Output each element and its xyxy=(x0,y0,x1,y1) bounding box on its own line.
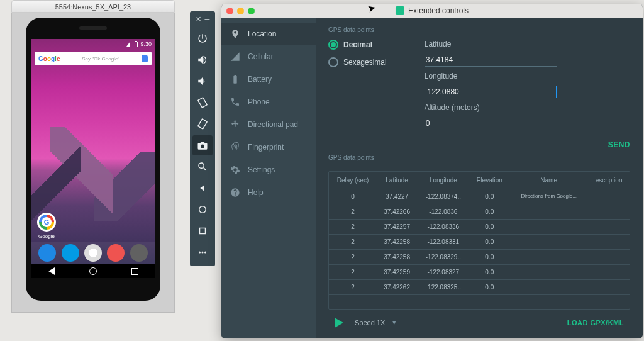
home-app[interactable]: Google xyxy=(37,213,56,239)
browser-app-icon[interactable] xyxy=(107,244,125,262)
sidebar-item-location[interactable]: Location xyxy=(221,23,316,45)
close-icon[interactable]: ✕ xyxy=(196,15,201,23)
table-cell: 2 xyxy=(329,220,377,235)
more-button[interactable] xyxy=(192,242,213,262)
table-row[interactable]: 237.42258-122.083310.0 xyxy=(329,235,630,250)
longitude-input[interactable] xyxy=(425,86,557,98)
apps-drawer-icon[interactable] xyxy=(84,244,102,262)
dpad-icon xyxy=(230,120,240,130)
table-header[interactable]: Elevation xyxy=(469,172,509,189)
table-cell xyxy=(588,265,630,280)
sidebar-item-fingerprint[interactable]: Fingerprint xyxy=(221,136,316,159)
emulator-body: 9:30 Google Say "Ok Google" Google xyxy=(11,13,175,313)
table-cell xyxy=(509,250,588,265)
toolbar-home-button[interactable] xyxy=(192,199,213,220)
table-header[interactable]: Latitude xyxy=(377,172,417,189)
load-gpx-button[interactable]: LOAD GPX/KML xyxy=(567,319,624,327)
toolbar-recents-button[interactable] xyxy=(192,221,213,241)
google-search-bar[interactable]: Google Say "Ok Google" xyxy=(35,52,152,65)
table-cell: -122.08331 xyxy=(417,235,469,250)
table-cell xyxy=(509,235,588,250)
volume-down-button[interactable] xyxy=(192,71,213,91)
table-cell: 37.42258 xyxy=(377,235,417,250)
table-row[interactable]: 237.42266-122.08360.0 xyxy=(329,204,630,220)
table-header[interactable]: Delay (sec) xyxy=(329,172,377,189)
extended-controls-titlebar[interactable]: ➤ Extended controls xyxy=(221,4,643,18)
table-cell: 2 xyxy=(329,265,377,280)
table-row[interactable]: 237.42257-122.083360.0 xyxy=(329,220,630,235)
sidebar-item-help[interactable]: Help xyxy=(221,181,316,204)
table-cell: 0 xyxy=(329,189,377,204)
emulator-titlebar[interactable]: 5554:Nexus_5X_API_23 xyxy=(11,0,175,13)
table-row[interactable]: 237.42259-122.083270.0 xyxy=(329,265,630,280)
table-header[interactable]: escription xyxy=(588,172,630,189)
sidebar-item-settings[interactable]: Settings xyxy=(221,159,316,181)
svg-rect-1 xyxy=(200,228,206,234)
mic-icon[interactable] xyxy=(142,55,148,62)
table-cell: 0.0 xyxy=(469,265,509,280)
radio-icon xyxy=(328,57,338,67)
table-cell xyxy=(588,220,630,235)
coord-format-group: Decimal Sexagesimal xyxy=(328,40,387,149)
google-app-icon[interactable] xyxy=(37,213,56,232)
table-cell: 37.42259 xyxy=(377,265,417,280)
sidebar-item-cellular[interactable]: Cellular xyxy=(221,45,316,68)
nav-recents-icon[interactable] xyxy=(131,268,138,275)
speed-selector[interactable]: Speed 1X ▼ xyxy=(355,319,397,327)
zoom-button[interactable] xyxy=(192,157,213,177)
send-button[interactable]: SEND xyxy=(608,140,630,149)
messages-app-icon[interactable] xyxy=(62,244,79,262)
minimize-icon[interactable]: ─ xyxy=(205,15,210,23)
sidebar-item-label: Battery xyxy=(248,75,272,84)
table-cell: Directions from Google... xyxy=(509,189,588,204)
gps-table: Delay (sec)LatitudeLongitudeElevationNam… xyxy=(329,172,630,295)
window-minimize-button[interactable] xyxy=(237,8,244,14)
phone-app-icon[interactable] xyxy=(38,244,56,262)
radio-sexagesimal[interactable]: Sexagesimal xyxy=(328,57,387,67)
table-cell: 0.0 xyxy=(469,235,509,250)
status-time: 9:30 xyxy=(140,41,152,47)
table-cell xyxy=(509,220,588,235)
extended-controls-window: ➤ Extended controls LocationCellularBatt… xyxy=(221,4,643,338)
table-row[interactable]: 037.4227-122.08374..0.0Directions from G… xyxy=(329,189,630,204)
camera-button[interactable] xyxy=(192,135,213,155)
power-button[interactable] xyxy=(192,28,213,48)
table-cell xyxy=(509,280,588,295)
window-close-button[interactable] xyxy=(226,8,233,14)
gps-table-wrap: Delay (sec)LatitudeLongitudeElevationNam… xyxy=(328,171,630,310)
nav-back-icon[interactable] xyxy=(48,267,55,275)
table-row[interactable]: 237.42262-122.08325..0.0 xyxy=(329,280,630,295)
radio-decimal[interactable]: Decimal xyxy=(328,40,387,50)
table-cell: 0.0 xyxy=(469,189,509,204)
table-row[interactable]: 237.42258-122.08329..0.0 xyxy=(329,250,630,265)
sidebar-item-battery[interactable]: Battery xyxy=(221,68,316,91)
table-cell: 0.0 xyxy=(469,250,509,265)
sidebar-item-phone[interactable]: Phone xyxy=(221,91,316,113)
latitude-label: Latitude xyxy=(425,40,630,48)
toolbar-back-button[interactable] xyxy=(192,178,213,198)
location-icon xyxy=(230,29,240,39)
volume-up-button[interactable] xyxy=(192,50,213,70)
table-header[interactable]: Name xyxy=(509,172,588,189)
table-cell: 0.0 xyxy=(469,280,509,295)
table-header[interactable]: Longitude xyxy=(417,172,469,189)
rotate-left-button[interactable] xyxy=(192,92,213,113)
sidebar-item-dpad[interactable]: Directional pad xyxy=(221,113,316,136)
table-cell xyxy=(588,250,630,265)
window-title: Extended controls xyxy=(396,6,469,15)
rotate-right-button[interactable] xyxy=(192,114,213,134)
phone-screen[interactable]: 9:30 Google Say "Ok Google" Google xyxy=(31,39,155,278)
window-maximize-button[interactable] xyxy=(248,8,255,14)
latitude-input[interactable] xyxy=(425,53,557,67)
sidebar-item-label: Help xyxy=(248,188,264,197)
altitude-input[interactable] xyxy=(425,117,557,130)
play-button[interactable] xyxy=(335,318,343,328)
chevron-down-icon: ▼ xyxy=(391,320,397,326)
nav-home-icon[interactable] xyxy=(89,267,97,275)
camera-app-icon[interactable] xyxy=(130,244,148,262)
table-cell xyxy=(588,204,630,220)
table-cell: 0.0 xyxy=(469,220,509,235)
svg-point-2 xyxy=(199,252,201,254)
settings-icon xyxy=(230,165,240,175)
table-cell xyxy=(588,235,630,250)
